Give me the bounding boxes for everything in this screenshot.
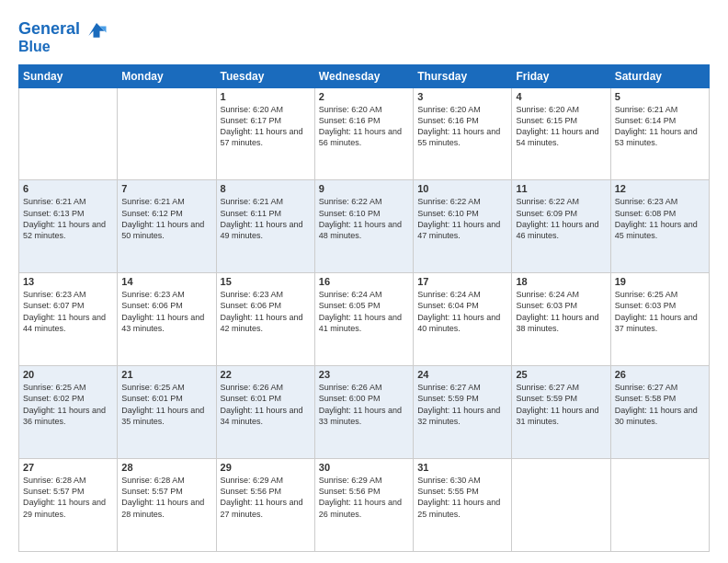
calendar-cell: 21Sunrise: 6:25 AMSunset: 6:01 PMDayligh… [118, 366, 216, 459]
calendar-cell: 4Sunrise: 6:20 AMSunset: 6:15 PMDaylight… [512, 87, 610, 180]
week-row-5: 27Sunrise: 6:28 AMSunset: 5:57 PMDayligh… [19, 459, 710, 552]
day-number: 15 [221, 276, 311, 287]
day-info: Sunrise: 6:28 AMSunset: 5:57 PMDaylight:… [23, 475, 113, 520]
calendar-cell: 2Sunrise: 6:20 AMSunset: 6:16 PMDaylight… [314, 87, 413, 180]
week-row-1: 1Sunrise: 6:20 AMSunset: 6:17 PMDaylight… [19, 87, 710, 180]
day-number: 22 [221, 369, 311, 380]
calendar-cell: 8Sunrise: 6:21 AMSunset: 6:11 PMDaylight… [216, 180, 314, 273]
day-info: Sunrise: 6:23 AMSunset: 6:07 PMDaylight:… [23, 289, 113, 334]
day-info: Sunrise: 6:21 AMSunset: 6:14 PMDaylight:… [615, 104, 705, 149]
weekday-wednesday: Wednesday [314, 64, 413, 87]
week-row-3: 13Sunrise: 6:23 AMSunset: 6:07 PMDayligh… [19, 273, 710, 366]
calendar-body: 1Sunrise: 6:20 AMSunset: 6:17 PMDaylight… [19, 87, 710, 551]
calendar-cell: 15Sunrise: 6:23 AMSunset: 6:06 PMDayligh… [216, 273, 314, 366]
calendar-cell: 23Sunrise: 6:26 AMSunset: 6:00 PMDayligh… [314, 366, 413, 459]
calendar-cell: 1Sunrise: 6:20 AMSunset: 6:17 PMDaylight… [216, 87, 314, 180]
logo-icon [84, 17, 109, 42]
day-number: 21 [121, 369, 211, 380]
weekday-monday: Monday [118, 64, 216, 87]
day-number: 14 [121, 276, 211, 287]
day-number: 12 [615, 183, 705, 194]
logo: General Blue [18, 17, 109, 55]
calendar-cell: 20Sunrise: 6:25 AMSunset: 6:02 PMDayligh… [19, 366, 118, 459]
calendar-cell [19, 87, 118, 180]
calendar-cell: 5Sunrise: 6:21 AMSunset: 6:14 PMDaylight… [610, 87, 709, 180]
day-info: Sunrise: 6:22 AMSunset: 6:10 PMDaylight:… [319, 196, 409, 241]
calendar-cell: 16Sunrise: 6:24 AMSunset: 6:05 PMDayligh… [314, 273, 413, 366]
calendar-cell: 11Sunrise: 6:22 AMSunset: 6:09 PMDayligh… [512, 180, 610, 273]
weekday-sunday: Sunday [19, 64, 118, 87]
weekday-saturday: Saturday [610, 64, 709, 87]
day-info: Sunrise: 6:23 AMSunset: 6:08 PMDaylight:… [615, 196, 705, 241]
day-info: Sunrise: 6:28 AMSunset: 5:57 PMDaylight:… [121, 475, 211, 520]
calendar-cell: 14Sunrise: 6:23 AMSunset: 6:06 PMDayligh… [118, 273, 216, 366]
day-number: 6 [23, 183, 113, 194]
day-info: Sunrise: 6:22 AMSunset: 6:10 PMDaylight:… [417, 196, 507, 241]
day-info: Sunrise: 6:30 AMSunset: 5:55 PMDaylight:… [417, 475, 507, 520]
week-row-4: 20Sunrise: 6:25 AMSunset: 6:02 PMDayligh… [19, 366, 710, 459]
day-info: Sunrise: 6:29 AMSunset: 5:56 PMDaylight:… [221, 475, 311, 520]
calendar-cell: 12Sunrise: 6:23 AMSunset: 6:08 PMDayligh… [610, 180, 709, 273]
calendar-cell [610, 459, 709, 552]
calendar-cell: 29Sunrise: 6:29 AMSunset: 5:56 PMDayligh… [216, 459, 314, 552]
calendar-cell: 26Sunrise: 6:27 AMSunset: 5:58 PMDayligh… [610, 366, 709, 459]
day-info: Sunrise: 6:27 AMSunset: 5:59 PMDaylight:… [516, 382, 606, 427]
day-number: 28 [121, 462, 211, 473]
calendar-cell: 25Sunrise: 6:27 AMSunset: 5:59 PMDayligh… [512, 366, 610, 459]
day-number: 18 [516, 276, 606, 287]
day-info: Sunrise: 6:27 AMSunset: 5:58 PMDaylight:… [615, 382, 705, 427]
calendar-cell: 18Sunrise: 6:24 AMSunset: 6:03 PMDayligh… [512, 273, 610, 366]
day-number: 31 [417, 462, 507, 473]
day-info: Sunrise: 6:26 AMSunset: 6:01 PMDaylight:… [221, 382, 311, 427]
day-info: Sunrise: 6:25 AMSunset: 6:01 PMDaylight:… [121, 382, 211, 427]
calendar-cell: 3Sunrise: 6:20 AMSunset: 6:16 PMDaylight… [414, 87, 512, 180]
header: General Blue [18, 17, 710, 55]
calendar-cell: 10Sunrise: 6:22 AMSunset: 6:10 PMDayligh… [414, 180, 512, 273]
day-info: Sunrise: 6:20 AMSunset: 6:17 PMDaylight:… [221, 104, 311, 149]
day-number: 30 [319, 462, 409, 473]
calendar-cell: 28Sunrise: 6:28 AMSunset: 5:57 PMDayligh… [118, 459, 216, 552]
logo-text: General [18, 20, 80, 39]
weekday-tuesday: Tuesday [216, 64, 314, 87]
day-number: 19 [615, 276, 705, 287]
day-info: Sunrise: 6:21 AMSunset: 6:12 PMDaylight:… [121, 196, 211, 241]
calendar-cell: 24Sunrise: 6:27 AMSunset: 5:59 PMDayligh… [414, 366, 512, 459]
calendar-cell: 27Sunrise: 6:28 AMSunset: 5:57 PMDayligh… [19, 459, 118, 552]
day-number: 29 [221, 462, 311, 473]
weekday-header-row: SundayMondayTuesdayWednesdayThursdayFrid… [19, 64, 710, 87]
day-info: Sunrise: 6:20 AMSunset: 6:16 PMDaylight:… [417, 104, 507, 149]
calendar-cell: 30Sunrise: 6:29 AMSunset: 5:56 PMDayligh… [314, 459, 413, 552]
day-number: 17 [417, 276, 507, 287]
weekday-thursday: Thursday [414, 64, 512, 87]
calendar-cell [118, 87, 216, 180]
day-info: Sunrise: 6:26 AMSunset: 6:00 PMDaylight:… [319, 382, 409, 427]
week-row-2: 6Sunrise: 6:21 AMSunset: 6:13 PMDaylight… [19, 180, 710, 273]
calendar-cell: 31Sunrise: 6:30 AMSunset: 5:55 PMDayligh… [414, 459, 512, 552]
day-info: Sunrise: 6:20 AMSunset: 6:16 PMDaylight:… [319, 104, 409, 149]
day-info: Sunrise: 6:24 AMSunset: 6:03 PMDaylight:… [516, 289, 606, 334]
day-info: Sunrise: 6:22 AMSunset: 6:09 PMDaylight:… [516, 196, 606, 241]
day-number: 25 [516, 369, 606, 380]
day-info: Sunrise: 6:25 AMSunset: 6:02 PMDaylight:… [23, 382, 113, 427]
day-info: Sunrise: 6:21 AMSunset: 6:11 PMDaylight:… [221, 196, 311, 241]
day-number: 13 [23, 276, 113, 287]
calendar-cell: 17Sunrise: 6:24 AMSunset: 6:04 PMDayligh… [414, 273, 512, 366]
day-info: Sunrise: 6:20 AMSunset: 6:15 PMDaylight:… [516, 104, 606, 149]
day-info: Sunrise: 6:25 AMSunset: 6:03 PMDaylight:… [615, 289, 705, 334]
day-number: 7 [121, 183, 211, 194]
calendar-cell: 6Sunrise: 6:21 AMSunset: 6:13 PMDaylight… [19, 180, 118, 273]
day-info: Sunrise: 6:23 AMSunset: 6:06 PMDaylight:… [221, 289, 311, 334]
day-number: 4 [516, 91, 606, 102]
day-number: 1 [221, 91, 311, 102]
day-number: 5 [615, 91, 705, 102]
day-number: 8 [221, 183, 311, 194]
day-info: Sunrise: 6:23 AMSunset: 6:06 PMDaylight:… [121, 289, 211, 334]
calendar-cell: 7Sunrise: 6:21 AMSunset: 6:12 PMDaylight… [118, 180, 216, 273]
calendar-cell: 19Sunrise: 6:25 AMSunset: 6:03 PMDayligh… [610, 273, 709, 366]
day-number: 11 [516, 183, 606, 194]
day-number: 16 [319, 276, 409, 287]
calendar-table: SundayMondayTuesdayWednesdayThursdayFrid… [18, 64, 710, 552]
day-number: 9 [319, 183, 409, 194]
day-number: 3 [417, 91, 507, 102]
page: General Blue SundayMondayTuesdayWednesda… [0, 0, 728, 563]
